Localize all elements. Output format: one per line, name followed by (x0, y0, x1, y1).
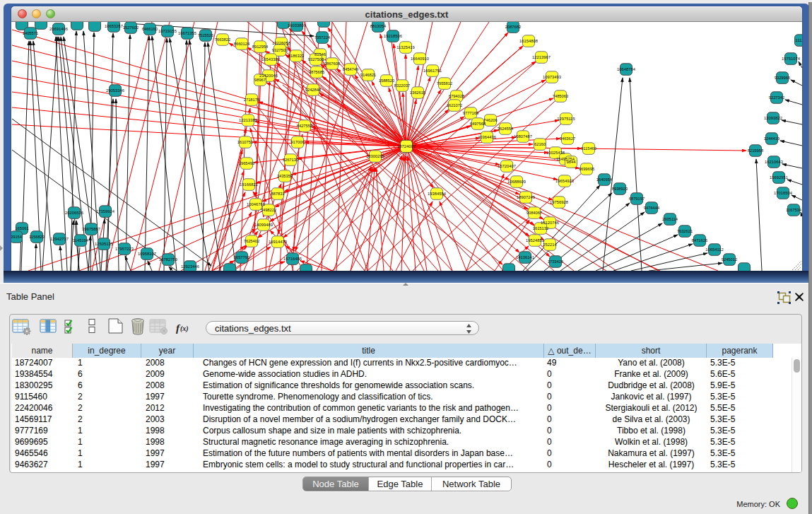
svg-text:15720407: 15720407 (498, 164, 516, 168)
svg-text:19384554: 19384554 (428, 192, 447, 196)
svg-text:6794028: 6794028 (449, 94, 465, 98)
svg-text:8813054: 8813054 (370, 24, 387, 28)
svg-text:8186323: 8186323 (288, 54, 305, 58)
svg-text:12213389: 12213389 (239, 118, 257, 122)
svg-text:16033809: 16033809 (288, 23, 306, 28)
svg-text:81546: 81546 (314, 52, 326, 57)
svg-text:2867608: 2867608 (324, 62, 341, 66)
svg-text:1733426: 1733426 (548, 259, 564, 264)
svg-text:8938923: 8938923 (612, 187, 628, 191)
svg-text:5498222: 5498222 (261, 208, 277, 212)
svg-text:16543382: 16543382 (261, 57, 280, 62)
svg-text:9227342: 9227342 (769, 95, 785, 100)
svg-text:9146821: 9146821 (360, 73, 377, 77)
svg-text:917006: 917006 (290, 140, 304, 144)
svg-text:9115460: 9115460 (581, 146, 596, 151)
svg-text:16640910: 16640910 (411, 57, 429, 61)
svg-text:16671355: 16671355 (178, 31, 196, 35)
svg-text:8912954: 8912954 (252, 45, 269, 49)
svg-text:10654112: 10654112 (705, 247, 723, 252)
svg-text:3267130: 3267130 (283, 158, 299, 162)
svg-text:9699695: 9699695 (579, 167, 595, 171)
svg-text:16120746: 16120746 (541, 221, 559, 225)
svg-text:12505135: 12505135 (95, 242, 113, 246)
svg-text:1405571: 1405571 (23, 31, 39, 35)
svg-text:2718176: 2718176 (244, 98, 260, 102)
svg-text:8471626: 8471626 (692, 238, 708, 243)
svg-text:14099489: 14099489 (254, 223, 273, 227)
svg-text:16914479: 16914479 (269, 240, 287, 244)
svg-text:18300295: 18300295 (366, 154, 384, 158)
svg-text:7357224: 7357224 (314, 35, 331, 40)
svg-text:18907249: 18907249 (517, 195, 535, 199)
svg-text:98967: 98967 (254, 78, 266, 82)
svg-text:13226058: 13226058 (272, 41, 290, 45)
svg-text:6466160: 6466160 (142, 27, 158, 31)
svg-text:12923446: 12923446 (181, 264, 199, 269)
svg-text:10719155: 10719155 (158, 29, 177, 33)
svg-text:9327503: 9327503 (272, 48, 288, 52)
svg-text:1615132: 1615132 (533, 226, 549, 230)
svg-text:14136141: 14136141 (516, 255, 534, 259)
svg-text:6879197: 6879197 (629, 197, 645, 201)
svg-text:1527602: 1527602 (123, 25, 139, 30)
svg-text:17359924: 17359924 (96, 209, 115, 214)
svg-text:10807487: 10807487 (514, 134, 532, 139)
svg-text:19654923: 19654923 (555, 179, 574, 183)
svg-text:1156829: 1156829 (29, 235, 45, 239)
svg-text:3624554: 3624554 (498, 127, 514, 131)
svg-text:8660124: 8660124 (234, 42, 250, 46)
svg-text:11325419: 11325419 (396, 45, 414, 49)
svg-text:15716485: 15716485 (283, 257, 302, 261)
svg-text:9084067: 9084067 (526, 211, 543, 215)
svg-text:9844: 9844 (567, 160, 577, 164)
svg-text:12942737: 12942737 (50, 237, 69, 241)
svg-text:8215958: 8215958 (748, 148, 764, 153)
svg-text:18724007: 18724007 (397, 144, 416, 148)
svg-text:15751074: 15751074 (782, 57, 801, 61)
svg-text:20691406: 20691406 (49, 27, 68, 31)
svg-text:7955812: 7955812 (437, 81, 453, 86)
svg-text:252214: 252214 (543, 243, 557, 247)
svg-text:10025438: 10025438 (546, 151, 565, 155)
svg-text:17957223: 17957223 (115, 247, 134, 251)
svg-text:10046766: 10046766 (247, 202, 265, 206)
svg-text:16154808: 16154808 (519, 39, 538, 43)
svg-text:20364436: 20364436 (478, 135, 496, 139)
svg-text:8322037: 8322037 (394, 83, 411, 88)
svg-text:12975115: 12975115 (557, 117, 575, 121)
svg-text:6497568: 6497568 (470, 122, 486, 126)
svg-text:7632621: 7632621 (677, 229, 693, 233)
svg-text:165061: 165061 (15, 226, 28, 230)
svg-text:17016504: 17016504 (774, 191, 793, 195)
svg-text:10688609: 10688609 (507, 180, 526, 184)
svg-text:8454749: 8454749 (343, 67, 359, 71)
svg-text:16961751: 16961751 (423, 69, 442, 73)
svg-text:10648784: 10648784 (617, 67, 636, 71)
svg-text:2087682: 2087682 (505, 25, 522, 29)
svg-text:7485063: 7485063 (553, 94, 569, 98)
svg-text:8427552: 8427552 (297, 124, 313, 128)
svg-text:1621072: 1621072 (447, 103, 463, 107)
svg-text:(x): (x) (180, 325, 189, 333)
svg-text:11121: 11121 (795, 38, 802, 42)
svg-text:15692951: 15692951 (770, 175, 788, 180)
svg-text:9657791: 9657791 (234, 255, 250, 259)
svg-text:39154: 39154 (11, 235, 23, 239)
svg-text:1362615: 1362615 (410, 90, 426, 95)
svg-text:7625402: 7625402 (244, 239, 260, 243)
svg-text:16210643: 16210643 (765, 160, 783, 164)
svg-text:19218506: 19218506 (384, 34, 402, 38)
svg-text:62160: 62160 (534, 142, 546, 146)
svg-text:9474444: 9474444 (644, 206, 660, 210)
svg-text:1167534: 1167534 (786, 208, 802, 212)
svg-text:10653267: 10653267 (105, 24, 123, 28)
svg-text:9329966: 9329966 (775, 76, 791, 80)
svg-text:7663822: 7663822 (215, 37, 231, 42)
svg-text:9463627: 9463627 (560, 136, 576, 141)
svg-text:9242848: 9242848 (305, 88, 322, 92)
svg-text:12213967: 12213967 (532, 55, 551, 59)
svg-text:7515526: 7515526 (198, 33, 214, 37)
svg-text:19756928: 19756928 (550, 200, 568, 204)
svg-text:1965493: 1965493 (239, 161, 255, 165)
